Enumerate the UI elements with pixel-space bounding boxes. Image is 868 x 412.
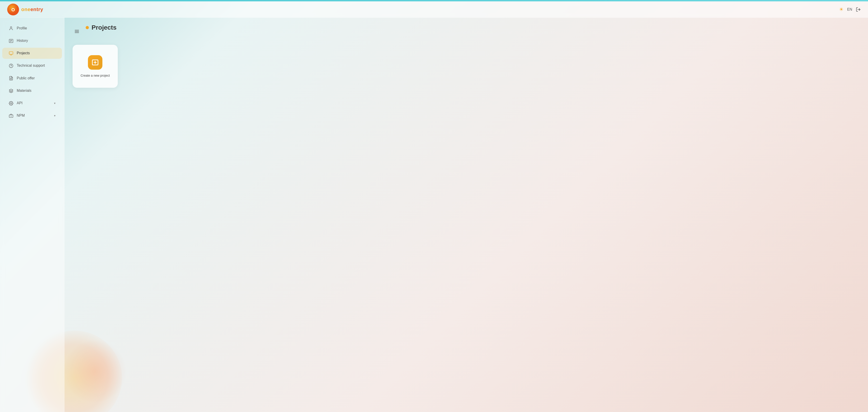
document-icon: [8, 76, 13, 81]
logout-icon[interactable]: [856, 7, 861, 12]
create-project-icon: [88, 55, 102, 70]
create-project-label: Create a new project: [81, 74, 110, 77]
page-dot: [86, 26, 89, 29]
history-icon: [8, 38, 13, 43]
person-icon: [8, 26, 13, 31]
logo-area: O oneentry: [7, 4, 43, 16]
chevron-down-icon: ▾: [54, 114, 56, 117]
layers-icon: [8, 88, 13, 93]
npm-icon: [8, 113, 13, 118]
svg-point-14: [11, 102, 12, 104]
projects-icon: [8, 51, 13, 56]
svg-point-3: [10, 27, 12, 28]
logo-text: oneentry: [21, 6, 43, 12]
page-title: Projects: [92, 24, 117, 31]
svg-rect-8: [9, 52, 13, 54]
sidebar: Profile History: [0, 18, 64, 412]
sidebar-item-label: Materials: [17, 89, 31, 93]
projects-grid: Create a new project: [72, 45, 860, 88]
svg-marker-13: [9, 89, 13, 91]
sidebar-item-api[interactable]: API ▾: [2, 98, 62, 109]
sidebar-item-label: API: [17, 101, 23, 105]
main-content: Projects Create a new project: [64, 18, 868, 412]
sidebar-item-profile[interactable]: Profile: [2, 23, 62, 34]
svg-text:O: O: [11, 7, 15, 12]
sidebar-item-label: Public offer: [17, 76, 35, 80]
sidebar-item-label: Projects: [17, 51, 30, 55]
create-project-card[interactable]: Create a new project: [72, 45, 118, 88]
hamburger-button[interactable]: [72, 27, 81, 36]
header-right: ☀ EN: [839, 6, 861, 12]
sidebar-item-history[interactable]: History: [2, 35, 62, 46]
sidebar-item-public-offer[interactable]: Public offer: [2, 72, 62, 84]
sidebar-item-npm[interactable]: NPM ▾: [2, 110, 62, 121]
page-header: Projects: [86, 24, 117, 31]
sidebar-item-materials[interactable]: Materials: [2, 85, 62, 96]
lang-selector[interactable]: EN: [847, 7, 852, 11]
sidebar-item-projects[interactable]: Projects: [2, 48, 62, 59]
sidebar-item-label: Profile: [17, 26, 27, 30]
sun-icon: ☀: [839, 6, 844, 12]
sidebar-item-technical-support[interactable]: Technical support: [2, 60, 62, 71]
sidebar-item-label: Technical support: [17, 63, 45, 68]
chevron-down-icon: ▾: [54, 101, 56, 105]
header: O oneentry ☀ EN: [0, 1, 868, 18]
gear-icon: [8, 101, 13, 106]
layout: Profile History: [0, 0, 868, 412]
sidebar-item-label: NPM: [17, 114, 25, 118]
support-icon: [8, 63, 13, 68]
logo-icon: O: [7, 4, 19, 16]
sidebar-item-label: History: [17, 39, 28, 43]
